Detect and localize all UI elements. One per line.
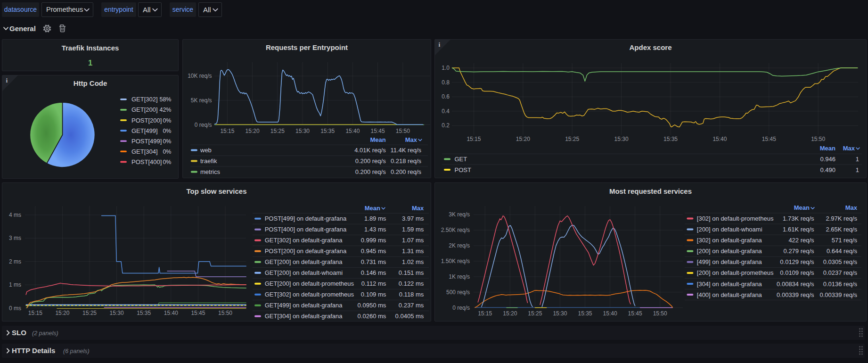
svg-text:15:20: 15:20 <box>503 310 517 317</box>
svg-text:POST[200] on default-grafana: POST[200] on default-grafana <box>265 248 347 255</box>
svg-text:POST[499]: POST[499] <box>131 138 162 145</box>
svg-text:Max: Max <box>412 205 424 212</box>
svg-text:15:15: 15:15 <box>467 136 481 142</box>
svg-text:15:15: 15:15 <box>220 128 234 134</box>
svg-text:1.89 ms: 1.89 ms <box>364 215 386 222</box>
svg-text:0.200 req/s: 0.200 req/s <box>355 157 386 165</box>
svg-text:0.200 req/s: 0.200 req/s <box>391 168 422 175</box>
svg-text:POST[499] on default-grafana: POST[499] on default-grafana <box>265 215 347 222</box>
svg-text:15:20: 15:20 <box>55 310 69 316</box>
svg-text:Mean: Mean <box>820 145 835 152</box>
svg-text:42%: 42% <box>159 107 171 113</box>
svg-text:0%: 0% <box>163 138 171 145</box>
svg-text:0.731 ms: 0.731 ms <box>361 258 386 265</box>
svg-text:15:40: 15:40 <box>712 136 727 142</box>
svg-text:GET[200] on default-grafana: GET[200] on default-grafana <box>265 258 343 265</box>
svg-text:15:30: 15:30 <box>553 310 567 317</box>
svg-text:15:35: 15:35 <box>663 136 678 142</box>
svg-text:0.237 ms: 0.237 ms <box>399 302 424 309</box>
svg-text:15:30: 15:30 <box>110 310 124 316</box>
svg-text:0%: 0% <box>163 148 171 155</box>
svg-text:0.945 ms: 0.945 ms <box>361 248 386 255</box>
svg-text:[302] on default-prometheus: [302] on default-prometheus <box>697 215 774 222</box>
svg-text:15:35: 15:35 <box>578 310 592 317</box>
svg-text:15:35: 15:35 <box>320 128 335 134</box>
svg-text:571 req/s: 571 req/s <box>832 237 858 244</box>
svg-text:11.4K req/s: 11.4K req/s <box>390 147 421 154</box>
svg-text:15:35: 15:35 <box>137 310 151 316</box>
svg-text:Mean: Mean <box>370 136 385 143</box>
svg-text:0.490: 0.490 <box>820 166 835 173</box>
svg-text:traefik: traefik <box>200 157 217 165</box>
svg-text:0.999 ms: 0.999 ms <box>361 237 386 244</box>
svg-text:5K req/s: 5K req/s <box>191 97 212 104</box>
svg-text:1.61K req/s: 1.61K req/s <box>783 226 814 233</box>
svg-text:GET[499]: GET[499] <box>131 127 158 134</box>
svg-text:GET[499] on default-grafana: GET[499] on default-grafana <box>265 302 343 309</box>
svg-text:0.200 req/s: 0.200 req/s <box>355 168 386 175</box>
svg-text:15:30: 15:30 <box>614 136 629 142</box>
svg-text:GET[200]: GET[200] <box>131 106 158 113</box>
svg-text:0.0950 ms: 0.0950 ms <box>358 302 386 309</box>
svg-text:15:25: 15:25 <box>82 310 97 316</box>
svg-text:15:45: 15:45 <box>628 310 642 317</box>
svg-text:2 ms: 2 ms <box>9 258 21 265</box>
svg-text:[400] on default-grafana: [400] on default-grafana <box>697 291 762 298</box>
svg-text:Max: Max <box>845 204 858 211</box>
svg-text:15:20: 15:20 <box>516 136 530 142</box>
svg-text:1.73K req/s: 1.73K req/s <box>783 215 814 222</box>
svg-text:0 req/s: 0 req/s <box>195 122 212 128</box>
svg-text:GET[304] on default-grafana: GET[304] on default-grafana <box>265 313 343 320</box>
svg-text:3K req/s: 3K req/s <box>449 211 470 218</box>
svg-text:3 ms: 3 ms <box>9 235 21 241</box>
svg-text:15:45: 15:45 <box>762 136 776 142</box>
svg-text:0.00339 req/s: 0.00339 req/s <box>777 291 814 298</box>
svg-text:0%: 0% <box>163 117 171 124</box>
svg-text:2.65K req/s: 2.65K req/s <box>826 226 858 233</box>
svg-text:15:45: 15:45 <box>191 310 205 316</box>
svg-text:1.07 ms: 1.07 ms <box>402 237 424 244</box>
svg-text:0.0405 ms: 0.0405 ms <box>395 313 424 320</box>
svg-text:POST[200]: POST[200] <box>131 117 162 124</box>
svg-text:1.31 ms: 1.31 ms <box>402 248 424 255</box>
svg-text:15:50: 15:50 <box>653 310 667 317</box>
svg-text:POST[400]: POST[400] <box>131 158 162 165</box>
svg-text:2.50K req/s: 2.50K req/s <box>441 227 470 233</box>
svg-text:0.0109 req/s: 0.0109 req/s <box>780 269 814 276</box>
svg-text:15:50: 15:50 <box>396 128 410 134</box>
svg-text:58%: 58% <box>159 96 171 103</box>
svg-text:1.43 ms: 1.43 ms <box>364 226 386 233</box>
svg-text:[200] on default-whoami: [200] on default-whoami <box>697 226 762 233</box>
svg-text:1.59 ms: 1.59 ms <box>402 226 424 233</box>
svg-text:15:25: 15:25 <box>565 136 579 142</box>
svg-text:1.02 ms: 1.02 ms <box>402 258 424 265</box>
svg-text:0.8: 0.8 <box>442 79 450 86</box>
svg-text:500 req/s: 500 req/s <box>446 289 470 296</box>
svg-text:0.644 req/s: 0.644 req/s <box>827 248 858 255</box>
svg-text:0.00834 req/s: 0.00834 req/s <box>777 280 814 288</box>
svg-text:web: web <box>200 147 212 154</box>
svg-text:General: General <box>9 25 36 33</box>
svg-text:1.0: 1.0 <box>442 65 450 71</box>
svg-text:Max: Max <box>405 136 418 143</box>
svg-text:Mean: Mean <box>794 204 810 211</box>
svg-text:4.01K req/s: 4.01K req/s <box>354 147 386 154</box>
svg-text:0%: 0% <box>163 159 171 165</box>
svg-text:0.0129 req/s: 0.0129 req/s <box>780 258 814 265</box>
svg-text:0.00339 req/s: 0.00339 req/s <box>819 291 857 298</box>
svg-text:1 ms: 1 ms <box>9 281 21 288</box>
svg-text:Mean: Mean <box>365 205 380 212</box>
svg-text:[302] on default-grafana: [302] on default-grafana <box>697 237 762 244</box>
svg-text:15:45: 15:45 <box>371 128 385 134</box>
svg-text:0.6: 0.6 <box>442 93 450 100</box>
svg-text:15:50: 15:50 <box>218 310 232 316</box>
svg-text:0.0237 req/s: 0.0237 req/s <box>823 269 858 276</box>
svg-text:0.0305 req/s: 0.0305 req/s <box>823 258 858 265</box>
svg-text:0.4: 0.4 <box>442 108 450 115</box>
svg-text:2K req/s: 2K req/s <box>449 242 470 249</box>
svg-text:GET[304]: GET[304] <box>131 148 158 155</box>
svg-text:0.118 ms: 0.118 ms <box>399 291 424 298</box>
svg-text:0.946: 0.946 <box>820 156 835 163</box>
svg-text:POST: POST <box>455 166 471 173</box>
svg-text:GET[302]: GET[302] <box>131 96 158 103</box>
